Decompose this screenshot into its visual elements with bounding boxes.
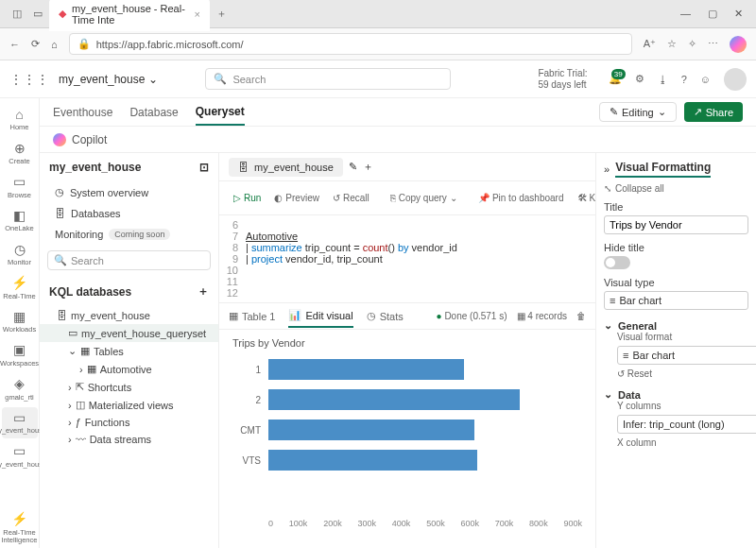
visual-type-select[interactable]: ≡Bar chart: [604, 291, 748, 310]
copilot-bar[interactable]: Copilot: [40, 127, 756, 153]
tree-db[interactable]: 🗄my_event_house: [40, 307, 218, 324]
visual-formatting-pane: »Visual Formatting ⤡ Collapse all Title …: [595, 153, 756, 548]
general-section[interactable]: ⌄General: [604, 319, 748, 332]
databases-item[interactable]: 🗄Databases: [40, 203, 218, 224]
more-icon[interactable]: ⋯: [708, 38, 718, 50]
result-tab-table[interactable]: ▦ Table 1: [229, 305, 275, 327]
tab-eventhouse[interactable]: Eventhouse: [53, 100, 112, 125]
share-button[interactable]: ↗Share: [684, 102, 743, 122]
pencil-icon: ✎: [610, 106, 618, 118]
rail-workspaces[interactable]: ▣Workspaces: [2, 339, 38, 371]
collections-icon[interactable]: ✧: [688, 38, 696, 50]
url-input[interactable]: 🔒 https://app.fabric.microsoft.com/: [69, 33, 632, 55]
result-tab-editvisual[interactable]: 📊 Edit visual: [288, 304, 352, 328]
page-tabs: Eventhouse Database Queryset ✎Editing⌄ ↗…: [40, 98, 756, 127]
rail-create[interactable]: ⊕Create: [2, 138, 38, 170]
tree-automotive[interactable]: ›▦Automotive: [40, 360, 218, 378]
title-input[interactable]: [604, 215, 748, 234]
rail-realtime[interactable]: ⚡Real-Time: [2, 272, 38, 304]
rail-workloads[interactable]: ▦Workloads: [2, 306, 38, 338]
rail-eventhouse-1[interactable]: ▭my_event_house: [2, 407, 38, 439]
rail-onelake[interactable]: ◧OneLake: [2, 205, 38, 237]
search-icon: 🔍: [214, 73, 227, 85]
data-section[interactable]: ⌄Data: [604, 388, 748, 401]
tree-streams[interactable]: ›〰Data streams: [40, 431, 218, 448]
table-icon: ▦: [80, 345, 90, 357]
status-done: ● Done (0.571 s): [437, 311, 507, 321]
query-area: 🗄my_event_house ✎ ＋ ▷ Run ◐ Preview ↺ Re…: [219, 153, 595, 548]
x-axis: 0100k200k300k400k500k600k700k800k900k: [268, 519, 582, 528]
visual-type-label: Visual type: [604, 277, 748, 288]
copilot-icon: [53, 133, 66, 146]
new-tab-button[interactable]: ＋: [212, 5, 231, 24]
rename-tab-button[interactable]: ✎: [349, 161, 357, 173]
visual-format-select[interactable]: ≡Bar chart: [617, 346, 756, 365]
nav-rail: ⌂Home ⊕Create ▭Browse ◧OneLake ◷Monitor …: [0, 98, 40, 548]
run-button[interactable]: ▷ Run: [229, 191, 266, 205]
code-editor[interactable]: 6 7Automotive 8| summarize trip_count = …: [219, 215, 595, 303]
rail-home[interactable]: ⌂Home: [2, 104, 38, 136]
settings-icon[interactable]: ⚙: [635, 73, 644, 85]
editing-dropdown[interactable]: ✎Editing⌄: [599, 102, 677, 122]
text-size-icon[interactable]: A⁺: [644, 38, 656, 50]
tab-queryset[interactable]: Queryset: [196, 99, 245, 126]
tree-functions[interactable]: ›ƒFunctions: [40, 414, 218, 431]
rail-browse[interactable]: ▭Browse: [2, 171, 38, 203]
favorite-icon[interactable]: ☆: [667, 38, 677, 50]
pin-dashboard-button[interactable]: 📌 Pin to dashboard: [473, 191, 569, 205]
notifications-icon[interactable]: 🔔39: [609, 73, 622, 85]
rail-monitor[interactable]: ◷Monitor: [2, 239, 38, 271]
workspace-dropdown[interactable]: my_event_house ⌄: [59, 73, 158, 86]
system-overview[interactable]: ◷System overview: [40, 181, 218, 203]
hide-title-toggle[interactable]: [604, 256, 630, 269]
kql-databases-section: KQL databases＋: [40, 276, 218, 307]
tree-queryset[interactable]: ▭my_event_house_queryset: [40, 324, 218, 342]
fabric-favicon-icon: ◆: [59, 8, 66, 20]
gauge-icon: ◷: [55, 186, 64, 198]
browser-tab[interactable]: ◆ my_event_house - Real-Time Inte ×: [49, 0, 210, 31]
refresh-button[interactable]: ⟳: [31, 38, 40, 50]
delete-icon[interactable]: 🗑: [576, 311, 586, 321]
copilot-icon[interactable]: [730, 36, 747, 53]
tree-shortcuts[interactable]: ›⇱Shortcuts: [40, 378, 218, 396]
download-icon[interactable]: ⭳: [658, 74, 668, 85]
tab-close-icon[interactable]: ×: [195, 9, 200, 20]
reset-button[interactable]: ↺ Reset: [617, 368, 748, 379]
app-launcher-icon[interactable]: ⋮⋮⋮: [9, 72, 49, 87]
feedback-icon[interactable]: ☺: [700, 74, 711, 85]
recall-button[interactable]: ↺ Recall: [328, 191, 374, 205]
ycolumns-select[interactable]: Infer: trip_count (long): [617, 415, 756, 434]
add-database-button[interactable]: ＋: [198, 283, 209, 300]
tab-database[interactable]: Database: [129, 100, 178, 125]
rail-rti[interactable]: ⚡Real-Time Intelligence: [2, 508, 38, 548]
lock-icon: 🔒: [77, 38, 91, 50]
result-tab-stats[interactable]: ◷ Stats: [367, 305, 404, 327]
minimize-button[interactable]: —: [680, 8, 691, 20]
copy-query-button[interactable]: ⎘ Copy query ⌄: [386, 191, 462, 205]
rail-gmalc[interactable]: ◈gmalc_rti: [2, 373, 38, 405]
add-tab-button[interactable]: ＋: [363, 160, 373, 174]
chart-title: Trips by Vendor: [232, 337, 582, 349]
user-avatar[interactable]: [724, 68, 747, 91]
tree-tables[interactable]: ⌄▦Tables: [40, 342, 218, 360]
explorer-pane: my_event_house⊡ ◷System overview 🗄Databa…: [40, 153, 219, 548]
help-icon[interactable]: ?: [681, 74, 687, 85]
monitoring-item[interactable]: MonitoringComing soon: [40, 224, 218, 245]
kql-tools-button[interactable]: 🛠 KQL Tools ⌄: [573, 191, 596, 205]
rail-eventhouse-2[interactable]: ▭my_event_house: [2, 440, 38, 472]
collapse-all[interactable]: ⤡ Collapse all: [604, 183, 748, 194]
close-window-button[interactable]: ✕: [734, 8, 743, 20]
chevron-right-icon[interactable]: »: [604, 163, 610, 175]
query-tab[interactable]: 🗄my_event_house: [229, 158, 343, 177]
explorer-search[interactable]: 🔍Search: [47, 250, 211, 270]
trial-status: Fabric Trial: 59 days left: [538, 68, 587, 91]
explorer-title: my_event_house⊡: [40, 153, 218, 181]
back-button[interactable]: ←: [9, 39, 20, 50]
global-search-input[interactable]: 🔍 Search: [205, 68, 451, 90]
home-button[interactable]: ⌂: [51, 39, 58, 50]
pin-icon[interactable]: ⊡: [199, 161, 209, 174]
tree-matviews[interactable]: ›◫Materialized views: [40, 396, 218, 414]
preview-button[interactable]: ◐ Preview: [269, 191, 324, 205]
view-icon: ◫: [76, 399, 85, 411]
maximize-button[interactable]: ▢: [708, 8, 717, 20]
